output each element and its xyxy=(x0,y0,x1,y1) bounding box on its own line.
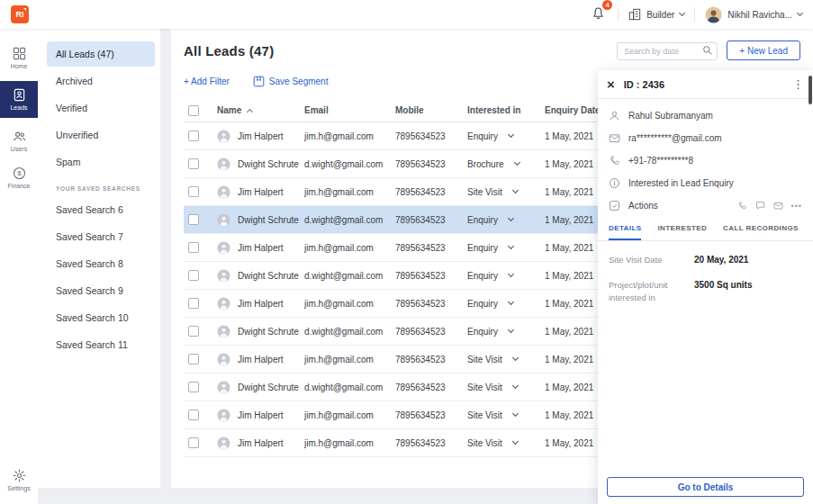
row-checkbox[interactable] xyxy=(188,382,199,392)
lead-name-cell: Jim Halpert xyxy=(217,409,304,422)
app-logo[interactable]: RI xyxy=(11,5,29,23)
column-header-name[interactable]: Name xyxy=(217,105,304,115)
saved-search-item[interactable]: Saved Search 6 xyxy=(47,197,155,222)
lead-mobile-cell: 7895634523 xyxy=(395,355,467,364)
more-actions-icon[interactable]: ••• xyxy=(791,202,802,211)
topbar: RI 4 Builder Nikhil Ravicha.. xyxy=(0,0,813,29)
saved-search-item[interactable]: Saved Search 9 xyxy=(47,278,155,303)
divider xyxy=(694,7,695,22)
chat-action-icon[interactable] xyxy=(755,201,765,211)
contact-email: ra**********@gmail.com xyxy=(628,133,722,143)
rail-item-finance[interactable]: $ Finance xyxy=(0,159,38,196)
chevron-down-icon xyxy=(508,299,514,305)
field-value: 20 May, 2021 xyxy=(694,254,748,266)
row-checkbox[interactable] xyxy=(188,326,199,337)
rail-label: Finance xyxy=(8,183,31,189)
interested-dropdown[interactable]: Enquiry xyxy=(467,215,545,225)
saved-search-item[interactable]: Saved Search 10 xyxy=(47,305,155,330)
save-segment-button[interactable]: Save Segment xyxy=(253,76,329,87)
interested-dropdown[interactable]: Enquiry xyxy=(467,243,545,253)
column-header-email[interactable]: Email xyxy=(304,105,395,115)
divider xyxy=(618,7,619,22)
lead-email-cell: d.wight@gmail.com xyxy=(304,159,395,169)
column-header-mobile[interactable]: Mobile xyxy=(395,105,467,115)
tab-call-recordings[interactable]: CALL RECORDINGS xyxy=(723,224,799,240)
chevron-down-icon xyxy=(508,271,514,277)
row-checkbox[interactable] xyxy=(188,437,199,448)
search-icon[interactable] xyxy=(702,45,713,56)
saved-search-item[interactable]: Saved Search 7 xyxy=(47,224,155,249)
sidebar-item[interactable]: Archived xyxy=(47,68,155,94)
tab-interested[interactable]: INTERESTED xyxy=(657,224,707,240)
contact-phone-row: +91-78*********8 xyxy=(609,155,802,166)
interested-dropdown[interactable]: Enquiry xyxy=(467,131,545,141)
row-checkbox[interactable] xyxy=(188,186,199,197)
row-checkbox[interactable] xyxy=(188,354,199,364)
checkbox-check-icon xyxy=(609,200,620,212)
user-avatar xyxy=(705,6,722,23)
interested-dropdown[interactable]: Site Visit xyxy=(467,355,545,364)
user-menu[interactable]: Nikhil Ravicha... xyxy=(705,6,802,23)
interested-dropdown[interactable]: Site Visit xyxy=(467,438,545,448)
sidebar-item[interactable]: Verified xyxy=(47,95,155,121)
sidebar-item[interactable]: Unverified xyxy=(47,122,155,148)
chevron-down-icon xyxy=(508,243,514,249)
chevron-down-icon xyxy=(514,159,520,166)
finance-icon: $ xyxy=(13,166,26,180)
sidebar-item[interactable]: All Leads (47) xyxy=(47,41,155,67)
rail-item-settings[interactable]: Settings xyxy=(0,462,38,499)
lead-email-cell: d.wight@gmail.com xyxy=(304,215,395,225)
builder-label: Builder xyxy=(646,10,674,20)
interested-dropdown[interactable]: Enquiry xyxy=(467,271,545,281)
saved-search-item[interactable]: Saved Search 8 xyxy=(47,251,155,276)
interested-dropdown[interactable]: Site Visit xyxy=(467,410,545,420)
row-checkbox[interactable] xyxy=(188,242,199,253)
select-all-checkbox[interactable] xyxy=(188,105,199,116)
contact-name: Rahul Subramanyam xyxy=(628,111,713,121)
row-checkbox[interactable] xyxy=(188,410,199,420)
tab-details[interactable]: DETAILS xyxy=(609,224,641,240)
interested-dropdown[interactable]: Enquiry xyxy=(467,327,545,337)
new-lead-button[interactable]: + New Lead xyxy=(727,40,800,60)
person-icon xyxy=(609,110,620,122)
rail-item-users[interactable]: Users xyxy=(0,122,38,159)
lead-name-cell: Dwight Schrute xyxy=(217,325,304,338)
rail-item-home[interactable]: Home xyxy=(0,40,38,76)
chevron-down-icon xyxy=(512,187,519,194)
row-checkbox[interactable] xyxy=(188,298,199,309)
actions-row: Actions ••• xyxy=(609,200,802,212)
column-header-interested[interactable]: Interested in xyxy=(467,105,545,115)
saved-search-item[interactable]: Saved Search 11 xyxy=(47,332,155,357)
chevron-down-icon xyxy=(797,9,803,15)
close-icon[interactable]: × xyxy=(607,77,615,91)
interested-dropdown[interactable]: Site Visit xyxy=(467,382,545,392)
avatar-icon xyxy=(217,213,230,227)
interested-dropdown[interactable]: Brochure xyxy=(467,159,545,169)
lead-email-cell: jim.h@gmail.com xyxy=(304,131,395,141)
settings-gear-icon xyxy=(13,469,26,482)
go-to-details-button[interactable]: Go to Details xyxy=(607,477,804,497)
interested-dropdown[interactable]: Enquiry xyxy=(467,299,545,309)
rail-label: Settings xyxy=(7,485,30,491)
row-checkbox[interactable] xyxy=(188,214,199,225)
lead-email-cell: jim.h@gmail.com xyxy=(304,187,395,197)
kebab-menu-icon[interactable]: ⋮ xyxy=(792,77,804,91)
row-checkbox[interactable] xyxy=(188,158,199,169)
lead-mobile-cell: 7895634523 xyxy=(395,243,467,253)
row-checkbox[interactable] xyxy=(188,130,199,141)
avatar-icon xyxy=(217,297,230,310)
call-action-icon[interactable] xyxy=(737,201,747,211)
add-filter-button[interactable]: + Add Filter xyxy=(184,76,230,86)
users-icon xyxy=(13,130,26,143)
builder-dropdown[interactable]: Builder xyxy=(628,8,684,21)
phone-icon xyxy=(609,155,620,166)
scrollbar-thumb[interactable] xyxy=(808,76,812,104)
sidebar-item[interactable]: Spam xyxy=(47,149,155,175)
sidebar: All Leads (47)ArchivedVerifiedUnverified… xyxy=(38,29,160,488)
rail-item-leads[interactable]: Leads xyxy=(0,81,38,118)
notifications-button[interactable]: 4 xyxy=(589,4,608,25)
email-action-icon[interactable] xyxy=(773,201,783,211)
row-checkbox[interactable] xyxy=(188,270,199,281)
lead-name-cell: Jim Halpert xyxy=(217,130,304,143)
interested-dropdown[interactable]: Site Visit xyxy=(467,187,545,197)
